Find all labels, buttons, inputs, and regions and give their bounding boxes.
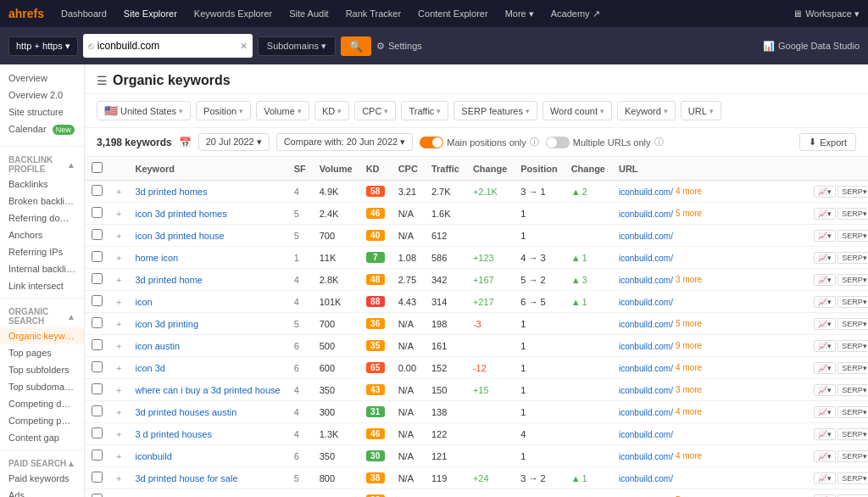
url-link[interactable]: iconbuild.com/ [619, 298, 673, 307]
url-link[interactable]: iconbuild.com/ [619, 254, 673, 263]
url-link[interactable]: iconbuild.com/ [619, 408, 673, 417]
menu-icon[interactable]: ☰ [97, 74, 108, 87]
row-checkbox[interactable] [92, 427, 103, 438]
nav-dashboard[interactable]: Dashboard [54, 5, 114, 22]
th-keyword[interactable]: Keyword [128, 157, 287, 181]
organic-search-section[interactable]: Organic search ▲ [0, 302, 84, 327]
th-traffic[interactable]: Traffic [425, 157, 466, 181]
row-checkbox[interactable] [92, 383, 103, 394]
sidebar-item-link-intersect[interactable]: Link intersect [0, 277, 84, 294]
row-checkbox[interactable] [92, 494, 103, 497]
serp-button[interactable]: SERP▾ [837, 494, 868, 498]
sidebar-item-site-structure[interactable]: Site structure [0, 103, 84, 120]
nav-more[interactable]: More ▾ [498, 5, 541, 23]
settings-button[interactable]: ⚙ Settings [376, 41, 422, 52]
search-button[interactable]: 🔍 [341, 36, 371, 56]
row-checkbox[interactable] [92, 185, 103, 196]
sidebar-item-top-pages[interactable]: Top pages [0, 344, 84, 361]
serp-button[interactable]: SERP▾ [837, 274, 868, 286]
row-add-cell[interactable]: + [109, 401, 128, 423]
sidebar-item-anchors[interactable]: Anchors [0, 226, 84, 243]
url-link[interactable]: iconbuild.com/ [619, 320, 673, 329]
date-picker[interactable]: 20 Jul 2022 ▾ [198, 133, 270, 151]
protocol-select[interactable]: http + https ▾ [8, 36, 78, 56]
serp-button[interactable]: SERP▾ [837, 384, 868, 396]
export-button[interactable]: ⬇ Export [799, 133, 856, 151]
row-add-cell[interactable]: + [109, 225, 128, 247]
sidebar-item-internal-backlinks[interactable]: Internal backlinks [0, 260, 84, 277]
nav-rank-tracker[interactable]: Rank Tracker [339, 5, 408, 22]
trend-button[interactable]: 📈▾ [814, 472, 836, 484]
sidebar-item-broken-backlinks[interactable]: Broken backlinks [0, 193, 84, 209]
keyword-link[interactable]: 3d printed home [135, 275, 203, 285]
keyword-link[interactable]: iconbuild [135, 451, 171, 461]
th-cpc[interactable]: CPC [392, 157, 425, 181]
serp-button[interactable]: SERP▾ [837, 252, 868, 264]
url-link[interactable]: iconbuild.com/ [619, 474, 673, 483]
trend-button[interactable]: 📈▾ [814, 494, 836, 498]
th-volume[interactable]: Volume [313, 157, 359, 181]
trend-button[interactable]: 📈▾ [814, 340, 836, 352]
url-link[interactable]: iconbuild.com/ [619, 232, 673, 241]
trend-button[interactable]: 📈▾ [814, 362, 836, 374]
paid-search-section[interactable]: Paid search ▲ [0, 454, 84, 470]
th-pos-change[interactable]: Change [565, 157, 612, 181]
filter-country[interactable]: 🇺🇸 United States ▾ [97, 101, 191, 120]
sidebar-item-backlinks[interactable]: Backlinks [0, 176, 84, 193]
trend-button[interactable]: 📈▾ [814, 274, 836, 286]
sidebar-item-overview[interactable]: Overview [0, 70, 84, 87]
trend-button[interactable]: 📈▾ [814, 406, 836, 418]
row-checkbox[interactable] [92, 273, 103, 284]
trend-button[interactable]: 📈▾ [814, 208, 836, 220]
sidebar-item-top-subfolders[interactable]: Top subfolders [0, 361, 84, 378]
sidebar-item-competing-pages[interactable]: Competing pages [0, 412, 84, 429]
nav-academy[interactable]: Academy ↗ [544, 5, 607, 23]
keyword-link[interactable]: home icon [135, 253, 178, 263]
sidebar-item-referring-domains[interactable]: Referring domains [0, 209, 84, 226]
row-add-cell[interactable]: + [109, 203, 128, 225]
keyword-link[interactable]: 3d printed house for sale [135, 473, 237, 483]
filter-traffic[interactable]: Traffic ▾ [401, 101, 448, 120]
keyword-link[interactable]: icon 3d [135, 363, 164, 373]
row-add-cell[interactable]: + [109, 445, 128, 467]
trend-button[interactable]: 📈▾ [814, 230, 836, 242]
serp-button[interactable]: SERP▾ [837, 428, 868, 440]
url-link[interactable]: iconbuild.com/ [619, 452, 673, 461]
keyword-link[interactable]: where can i buy a 3d printed house [135, 385, 280, 395]
url-link[interactable]: iconbuild.com/ [619, 187, 673, 197]
multiple-urls-toggle[interactable] [546, 137, 570, 148]
keyword-link[interactable]: icon austin [135, 341, 180, 351]
serp-button[interactable]: SERP▾ [837, 362, 868, 374]
serp-button[interactable]: SERP▾ [837, 450, 868, 462]
filter-url[interactable]: URL ▾ [681, 101, 721, 120]
row-add-cell[interactable]: + [109, 379, 128, 401]
serp-button[interactable]: SERP▾ [837, 230, 868, 242]
url-link[interactable]: iconbuild.com/ [619, 209, 673, 219]
row-add-cell[interactable]: + [109, 335, 128, 357]
filter-keyword[interactable]: Keyword ▾ [617, 101, 676, 120]
row-add-cell[interactable]: + [109, 247, 128, 269]
nav-keywords-explorer[interactable]: Keywords Explorer [187, 5, 279, 22]
backlink-profile-section[interactable]: Backlink profile ▲ [0, 150, 84, 176]
sidebar-item-ads[interactable]: Ads [0, 487, 84, 497]
keyword-link[interactable]: 3d printed homes [135, 187, 207, 197]
sidebar-item-referring-ips[interactable]: Referring IPs [0, 243, 84, 260]
row-checkbox[interactable] [92, 361, 103, 372]
trend-button[interactable]: 📈▾ [814, 428, 836, 440]
keyword-link[interactable]: 3 d printed houses [135, 429, 212, 439]
filter-kd[interactable]: KD ▾ [314, 101, 349, 120]
trend-button[interactable]: 📈▾ [814, 296, 836, 308]
filter-word-count[interactable]: Word count ▾ [542, 101, 612, 120]
row-add-cell[interactable]: + [109, 489, 128, 498]
row-add-cell[interactable]: + [109, 291, 128, 313]
main-positions-info-icon[interactable]: ⓘ [530, 136, 539, 148]
row-checkbox[interactable] [92, 251, 103, 262]
row-checkbox[interactable] [92, 295, 103, 306]
serp-button[interactable]: SERP▾ [837, 340, 868, 352]
row-add-cell[interactable]: + [109, 313, 128, 335]
filter-serp-features[interactable]: SERP features ▾ [453, 101, 537, 120]
row-checkbox[interactable] [92, 207, 103, 218]
row-add-cell[interactable]: + [109, 269, 128, 291]
th-position[interactable]: Position [514, 157, 564, 181]
nav-site-explorer[interactable]: Site Explorer [117, 5, 184, 22]
